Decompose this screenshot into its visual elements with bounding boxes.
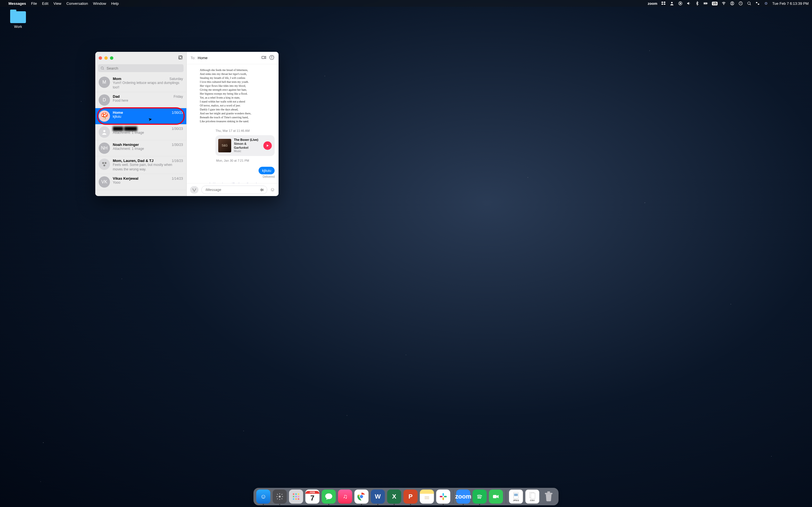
timemachine-icon[interactable] xyxy=(739,1,743,6)
account-icon[interactable] xyxy=(730,1,734,6)
music-artist: Simon & Garfunkel xyxy=(234,142,260,150)
music-attachment[interactable]: S&G The Boxer (Live) Simon & Garfunkel M… xyxy=(215,135,274,156)
dock-file-csv[interactable]: CSV xyxy=(525,490,539,504)
conversation-name: ████ █████ xyxy=(113,126,137,131)
calendar-day: 7 xyxy=(310,494,314,503)
conversation-row[interactable]: VKVikas Kerjewal1/14/23Yooo xyxy=(95,174,186,190)
dock-powerpoint[interactable]: P xyxy=(403,490,417,504)
dock-messages[interactable] xyxy=(322,490,336,504)
user-icon[interactable] xyxy=(670,1,674,6)
dock-trash[interactable] xyxy=(542,490,556,504)
conversation-date: 1/16/23 xyxy=(172,159,183,163)
wifi-icon[interactable] xyxy=(721,1,726,6)
dock-notes[interactable] xyxy=(420,490,434,504)
dock-spotify[interactable] xyxy=(472,490,487,504)
dock-chrome[interactable] xyxy=(354,490,368,504)
spotlight-icon[interactable] xyxy=(747,1,751,6)
clock[interactable]: Tue Feb 7 6:13:39 PM xyxy=(772,1,809,6)
dock-separator xyxy=(453,490,453,504)
menu-view[interactable]: View xyxy=(54,1,61,6)
conversation-list[interactable]: MMomSaturdayYum!! Ordering lettuce wraps… xyxy=(95,74,186,196)
input-source[interactable]: US xyxy=(712,2,718,5)
dock-launchpad[interactable] xyxy=(289,490,303,504)
svg-rect-50 xyxy=(545,493,553,494)
svg-point-26 xyxy=(279,496,281,498)
dock: ☺ FEB 7 ♫ W X P zoom JPEG CSV xyxy=(253,488,559,505)
play-button[interactable] xyxy=(263,142,272,150)
search-input[interactable] xyxy=(98,64,184,72)
desktop-folder-work[interactable]: Work xyxy=(8,11,28,29)
conversation-row[interactable]: MMomSaturdayYum!! Ordering lettuce wraps… xyxy=(95,74,186,92)
conversation-row[interactable]: DDadFridayFood here xyxy=(95,92,186,108)
bluetooth-icon[interactable] xyxy=(695,1,700,6)
conversation-date: 1/14/23 xyxy=(172,177,183,180)
poem-message: Although she feeds me bread of bitternes… xyxy=(200,68,265,123)
minimize-button[interactable] xyxy=(104,56,108,60)
avatar: VK xyxy=(99,176,110,187)
fullscreen-button[interactable] xyxy=(110,56,113,60)
conversation-row[interactable]: NHNoah Heninger1/30/23Attachment: 1 Imag… xyxy=(95,140,186,156)
conversation-preview: Yum!! Ordering lettuce wraps and dumplin… xyxy=(113,81,183,90)
conversation-row[interactable]: Mom, Lauren, Dad & TJ1/16/23Feels well. … xyxy=(95,156,186,174)
apps-button[interactable] xyxy=(190,186,199,193)
conversation-name: Noah Heninger xyxy=(113,143,139,147)
message-input[interactable] xyxy=(201,186,267,194)
svg-marker-25 xyxy=(267,145,269,147)
dock-music[interactable]: ♫ xyxy=(338,490,352,504)
battery-icon[interactable] xyxy=(703,1,708,6)
svg-marker-2 xyxy=(680,3,681,4)
menu-help[interactable]: Help xyxy=(111,1,119,6)
messages-window: MMomSaturdayYum!! Ordering lettuce wraps… xyxy=(95,52,278,196)
facetime-icon[interactable] xyxy=(261,55,267,61)
conversation-date: 1/30/23 xyxy=(172,143,183,147)
conversation-preview: Feels well. Some pain, but mostly when m… xyxy=(113,163,183,172)
dock-finder[interactable]: ☺ xyxy=(256,490,270,504)
emoji-button[interactable]: ☺ xyxy=(270,187,275,193)
svg-rect-21 xyxy=(262,56,265,59)
conversation-row[interactable]: ████ █████1/30/23Attachment: 1 Image xyxy=(95,124,186,140)
calendar-month: FEB xyxy=(305,491,319,494)
svg-rect-4 xyxy=(707,3,708,4)
control-center-icon[interactable] xyxy=(755,1,760,6)
avatar xyxy=(99,126,110,138)
conversation-date: Friday xyxy=(174,95,183,99)
siri-icon[interactable] xyxy=(764,1,768,6)
zoom-menuextra[interactable]: zoom xyxy=(648,1,657,6)
conversation-row[interactable]: 🍄Home1/30/23kjliuiu➤ xyxy=(95,108,186,124)
dock-zoom[interactable]: zoom xyxy=(456,490,470,504)
compose-button[interactable] xyxy=(178,55,183,61)
avatar: 🍄 xyxy=(99,110,110,122)
close-button[interactable] xyxy=(99,56,102,60)
svg-rect-12 xyxy=(756,2,757,3)
menu-conversation[interactable]: Conversation xyxy=(66,1,88,6)
svg-point-8 xyxy=(732,3,733,4)
dropbox-icon[interactable] xyxy=(661,1,666,6)
svg-rect-27 xyxy=(293,494,294,495)
svg-rect-43 xyxy=(443,497,444,500)
svg-point-0 xyxy=(671,2,673,3)
dock-word[interactable]: W xyxy=(371,490,385,504)
dock-file-jpeg[interactable]: JPEG xyxy=(509,490,523,504)
dock-excel[interactable]: X xyxy=(387,490,401,504)
to-label: To: xyxy=(191,56,195,60)
conversation-name: Mom xyxy=(113,76,121,81)
conversation-preview: Attachment: 1 Image xyxy=(113,147,183,151)
conversation-date: 1/30/23 xyxy=(172,127,183,131)
now-playing-icon[interactable] xyxy=(678,1,682,6)
menu-edit[interactable]: Edit xyxy=(42,1,48,6)
message-list[interactable]: Although she feeds me bread of bitternes… xyxy=(187,64,278,183)
dock-slack[interactable] xyxy=(436,490,450,504)
conversation-name: Home xyxy=(113,110,123,115)
menu-file[interactable]: File xyxy=(31,1,37,6)
dock-facetime[interactable] xyxy=(489,490,503,504)
conversation-name: Mom, Lauren, Dad & TJ xyxy=(113,159,153,163)
dock-system-settings[interactable] xyxy=(273,490,287,504)
menu-window[interactable]: Window xyxy=(93,1,106,6)
conversation-name: Vikas Kerjewal xyxy=(113,176,139,180)
timestamp-2: Mon, Jan 30 at 7:21 PM xyxy=(216,159,249,162)
app-menu[interactable]: Messages xyxy=(8,1,26,6)
volume-icon[interactable] xyxy=(687,1,691,6)
dock-calendar[interactable]: FEB 7 xyxy=(305,490,319,504)
svg-rect-32 xyxy=(298,496,299,497)
info-icon[interactable] xyxy=(269,55,274,61)
